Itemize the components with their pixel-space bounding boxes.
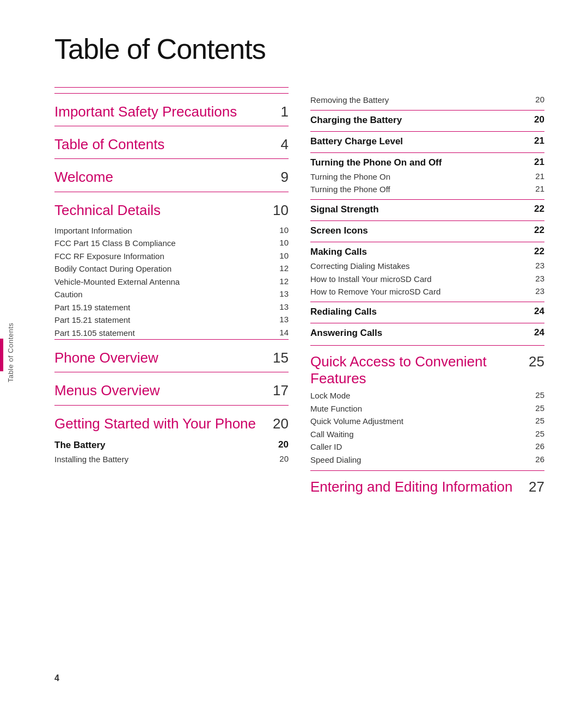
section-safety: Important Safety Precautions 1 xyxy=(54,93,289,124)
sub-vehicle-antenna: Vehicle-Mounted External Antenna 12 xyxy=(54,275,289,289)
sub-part1519: Part 15.19 statement 13 xyxy=(54,301,289,314)
section-screen-icons: Screen Icons 22 xyxy=(310,221,544,241)
sub-install-microsd: How to Install Your microSD Card 23 xyxy=(310,273,544,286)
sub-part15105: Part 15.105 statement 14 xyxy=(54,327,289,340)
page-title: Table of Contents xyxy=(54,33,544,65)
section-welcome: Welcome 9 xyxy=(54,158,289,189)
sub-quick-volume: Quick Volume Adjustment 25 xyxy=(310,415,544,428)
sub-lock-mode: Lock Mode 25 xyxy=(310,389,544,402)
section-toc-title: Table of Contents xyxy=(54,136,267,153)
toc-two-column: Important Safety Precautions 1 Table of … xyxy=(54,87,544,498)
section-turning-phone: Turning the Phone On and Off 21 Turning … xyxy=(310,153,544,198)
section-getting-started-page: 20 xyxy=(272,415,289,432)
section-entering-editing-page: 27 xyxy=(528,479,544,495)
sub-speed-dialing: Speed Dialing 26 xyxy=(310,453,544,467)
sub-turning-on: Turning the Phone On 21 xyxy=(310,170,544,183)
sub-caution: Caution 13 xyxy=(54,288,289,301)
section-technical: Technical Details 10 Important Informati… xyxy=(54,192,289,340)
sub-mute-function: Mute Function 25 xyxy=(310,402,544,415)
section-welcome-page: 9 xyxy=(272,169,289,186)
side-tab-label: Table of Contents xyxy=(7,323,15,383)
sub-remove-microsd: How to Remove Your microSD Card 23 xyxy=(310,285,544,298)
sub-removing-battery: Removing the Battery 20 xyxy=(310,93,544,109)
section-making-calls: Making Calls 22 Correcting Dialing Mista… xyxy=(310,242,544,301)
section-phone-overview: Phone Overview 15 xyxy=(54,339,289,370)
section-technical-title: Technical Details xyxy=(54,202,267,219)
section-toc-page: 4 xyxy=(272,136,289,153)
side-tab-accent-bar xyxy=(0,339,3,371)
sub-fcc-rf: FCC RF Exposure Information 10 xyxy=(54,250,289,263)
sub-installing-battery: Installing the Battery 20 xyxy=(54,453,289,466)
section-getting-started-title: Getting Started with Your Phone xyxy=(54,415,267,432)
section-quick-access-page: 25 xyxy=(528,353,544,370)
section-redialing-calls: Redialing Calls 24 xyxy=(310,302,544,322)
section-welcome-title: Welcome xyxy=(54,169,267,186)
section-battery-charge-level: Battery Charge Level 21 xyxy=(310,132,544,151)
section-technical-page: 10 xyxy=(272,202,289,219)
section-menus-overview: Menus Overview 17 xyxy=(54,372,289,402)
section-phone-overview-page: 15 xyxy=(272,350,289,366)
right-column: Removing the Battery 20 Charging the Bat… xyxy=(310,87,544,498)
section-entering-editing-title: Entering and Editing Information xyxy=(310,479,523,495)
sub-part1521: Part 15.21 statement 13 xyxy=(54,314,289,327)
section-getting-started: Getting Started with Your Phone 20 The B… xyxy=(54,405,289,466)
sub-fcc-part15: FCC Part 15 Class B Compliance 10 xyxy=(54,237,289,250)
section-signal-strength: Signal Strength 22 xyxy=(310,200,544,219)
sub-correcting-dialing: Correcting Dialing Mistakes 23 xyxy=(310,260,544,273)
sub-turning-off: Turning the Phone Off 21 xyxy=(310,183,544,196)
section-menus-overview-title: Menus Overview xyxy=(54,382,267,399)
section-entering-editing: Entering and Editing Information 27 xyxy=(310,470,544,498)
sub-important-info: Important Information 10 xyxy=(54,224,289,237)
sub-call-waiting: Call Waiting 25 xyxy=(310,428,544,441)
section-quick-access: Quick Access to Convenient Features 25 L… xyxy=(310,345,544,466)
section-safety-page: 1 xyxy=(272,103,289,120)
sub-caller-id: Caller ID 26 xyxy=(310,440,544,453)
section-quick-access-title: Quick Access to Convenient Features xyxy=(310,353,523,387)
sub-the-battery: The Battery 20 xyxy=(54,438,289,453)
section-phone-overview-title: Phone Overview xyxy=(54,350,267,366)
section-menus-overview-page: 17 xyxy=(272,382,289,399)
left-column: Important Safety Precautions 1 Table of … xyxy=(54,87,289,498)
sub-bodily-contact: Bodily Contact During Operation 12 xyxy=(54,262,289,275)
section-safety-title: Important Safety Precautions xyxy=(54,103,267,120)
section-toc: Table of Contents 4 xyxy=(54,126,289,156)
section-charging-battery: Charging the Battery 20 xyxy=(310,111,544,130)
section-answering-calls: Answering Calls 24 xyxy=(310,323,544,343)
page-number: 4 xyxy=(54,673,59,683)
page: Table of Contents Table of Contents Impo… xyxy=(0,0,588,705)
